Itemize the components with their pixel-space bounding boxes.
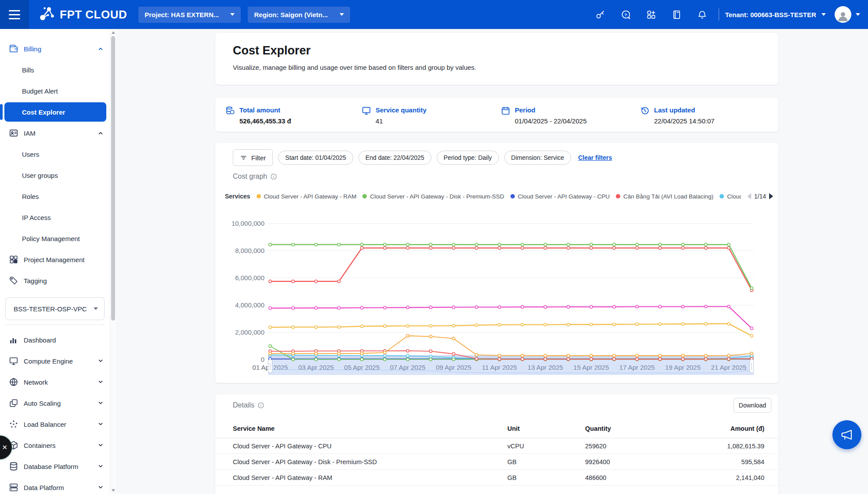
nodes-icon bbox=[9, 419, 18, 429]
vpc-selector-label: BSS-TESTER-OSP-VPC bbox=[14, 305, 94, 313]
project-dropdown[interactable]: Project: HAS EXTERN... bbox=[138, 7, 241, 23]
chip-label: Period type: Daily bbox=[444, 154, 492, 161]
legend-item[interactable]: Cloud Server - API Gateway - Disk - Prem… bbox=[362, 193, 504, 200]
legend-prev-icon[interactable] bbox=[747, 193, 751, 199]
legend-title: Services bbox=[225, 193, 250, 200]
clear-filters-link[interactable]: Clear filters bbox=[578, 154, 612, 161]
details-card: Details Download Service Name Unit Quant… bbox=[215, 394, 778, 494]
sidebar-item-data-platform[interactable]: Data Platform bbox=[0, 477, 110, 494]
active-indicator bbox=[0, 104, 3, 120]
database-icon bbox=[9, 462, 18, 471]
chevron-down-icon bbox=[98, 421, 104, 427]
sidebar-item-roles[interactable]: Roles bbox=[0, 186, 110, 207]
download-button[interactable]: Download bbox=[734, 398, 771, 413]
sidebar-item-dashboard[interactable]: Dashboard bbox=[0, 329, 110, 350]
filter-button-label: Filter bbox=[251, 154, 266, 162]
legend-item[interactable]: Cân Bằng Tải (AVI Load Balacing) bbox=[616, 193, 713, 200]
cost-graph-label: Cost graph bbox=[233, 173, 277, 180]
sidebar-item-project-management[interactable]: Project Management bbox=[0, 249, 110, 270]
chevron-down-icon bbox=[98, 463, 104, 469]
chevron-down-icon bbox=[821, 13, 826, 16]
legend-item[interactable]: Cloud Deskto bbox=[720, 193, 741, 200]
sidebar-item-cost-explorer[interactable]: Cost Explorer bbox=[4, 102, 106, 122]
cell-service-name: Cloud Server - API Gateway - CPU bbox=[233, 443, 332, 450]
sidebar-item-users[interactable]: Users bbox=[0, 144, 110, 165]
region-dropdown[interactable]: Region: Saigon (Vietn... bbox=[248, 7, 350, 23]
chart-legend: Services Cloud Server - API Gateway - RA… bbox=[225, 193, 773, 200]
tenant-label: Tenant: 000663-BSS-TESTER bbox=[725, 11, 816, 18]
legend-next-icon[interactable] bbox=[769, 193, 773, 199]
cost-chart[interactable]: 02,000,0004,000,0006,000,0008,000,00010,… bbox=[220, 206, 778, 378]
legend-item-label: Cloud Deskto bbox=[727, 193, 741, 200]
chevron-down-icon[interactable] bbox=[856, 13, 860, 16]
apps-grid-icon[interactable] bbox=[639, 6, 664, 23]
info-icon[interactable] bbox=[257, 402, 264, 409]
sidebar-item-database-platform[interactable]: Database Platform bbox=[0, 456, 110, 477]
announcement-fab[interactable] bbox=[832, 420, 861, 449]
sidebar-item-policy-management[interactable]: Policy Management bbox=[0, 228, 110, 249]
close-icon: ✕ bbox=[2, 444, 7, 451]
svg-text:10,000,000: 10,000,000 bbox=[231, 220, 264, 227]
summary-label: Service quantity bbox=[376, 106, 427, 114]
cell-amount: 1,082,615.39 bbox=[727, 443, 764, 450]
legend-dot bbox=[720, 194, 724, 198]
cell-service-name: Cloud Server - API Gateway - Disk - Prem… bbox=[233, 458, 377, 465]
sidebar-item-network[interactable]: Network bbox=[0, 371, 110, 393]
sidebar-item-load-balancer[interactable]: Load Balancer bbox=[0, 414, 110, 435]
sidebar-item-compute-engine[interactable]: Compute Engine bbox=[0, 350, 110, 371]
dimension-chip[interactable]: Dimension: Service bbox=[504, 151, 571, 165]
screen: FPT CLOUD Project: HAS EXTERN... Region:… bbox=[0, 0, 868, 494]
sidebar-scrollbar[interactable] bbox=[110, 29, 116, 494]
sidebar-item-label: Policy Management bbox=[22, 235, 104, 242]
hamburger-menu-button[interactable] bbox=[0, 0, 29, 29]
sidebar-item-label: User groups bbox=[22, 172, 104, 179]
bar-chart-icon bbox=[9, 335, 18, 345]
svg-text:0: 0 bbox=[261, 356, 264, 363]
cell-unit: GB bbox=[507, 474, 517, 481]
tenant-dropdown[interactable]: Tenant: 000663-BSS-TESTER bbox=[725, 11, 826, 18]
filter-button[interactable]: Filter bbox=[233, 149, 273, 166]
chevron-up-icon bbox=[98, 46, 104, 52]
scroll-up-arrow[interactable] bbox=[112, 31, 115, 34]
sidebar-item-bills[interactable]: Bills bbox=[0, 59, 110, 80]
table-header-row: Service Name Unit Quantity Amount (đ) bbox=[215, 419, 778, 438]
summary-label: Total amount bbox=[239, 106, 280, 114]
end-date-chip[interactable]: End date: 22/04/2025 bbox=[358, 151, 431, 165]
sidebar-menu: BillingBillsBudget AlertCost ExplorerIAM… bbox=[0, 29, 110, 494]
start-date-chip[interactable]: Start date: 01/04/2025 bbox=[278, 151, 353, 165]
sidebar-item-billing[interactable]: Billing bbox=[0, 38, 110, 59]
servers-icon bbox=[9, 483, 18, 492]
info-icon[interactable] bbox=[270, 173, 277, 180]
sidebar-item-tagging[interactable]: Tagging bbox=[0, 270, 110, 291]
navbar-actions: ? Tenant: 000663-BSS-TESTER bbox=[588, 6, 868, 23]
sidebar-item-auto-scaling[interactable]: Auto Scaling bbox=[0, 393, 110, 414]
details-label-text: Details bbox=[233, 401, 254, 409]
avatar[interactable] bbox=[835, 6, 851, 23]
svg-text:?: ? bbox=[625, 12, 627, 17]
scroll-down-arrow[interactable] bbox=[112, 489, 115, 492]
filter-row: Filter Start date: 01/04/2025 End date: … bbox=[233, 149, 770, 166]
sidebar-item-iam[interactable]: IAM bbox=[0, 123, 110, 144]
help-chat-icon[interactable]: ? bbox=[613, 6, 639, 23]
summary-label: Period bbox=[515, 106, 535, 114]
vpc-selector[interactable]: BSS-TESTER-OSP-VPC bbox=[5, 297, 105, 320]
brand-logo[interactable]: FPT CLOUD bbox=[38, 5, 127, 24]
legend-item[interactable]: Cloud Server - API Gateway - RAM bbox=[257, 193, 357, 200]
sidebar-item-containers[interactable]: Containers bbox=[0, 435, 110, 456]
chevron-down-icon bbox=[230, 13, 235, 16]
sidebar-item-budget-alert[interactable]: Budget Alert bbox=[0, 80, 110, 101]
bell-icon[interactable] bbox=[690, 6, 715, 23]
chip-label: Start date: 01/04/2025 bbox=[285, 154, 346, 161]
key-icon[interactable] bbox=[588, 6, 613, 23]
sidebar-item-label: Dashboard bbox=[24, 336, 104, 344]
scrollbar-thumb[interactable] bbox=[111, 36, 115, 321]
legend-item[interactable]: Cloud Server - API Gateway - CPU bbox=[510, 193, 610, 200]
sidebar-item-user-groups[interactable]: User groups bbox=[0, 165, 110, 186]
period-type-chip[interactable]: Period type: Daily bbox=[437, 151, 499, 165]
col-amount: Amount (đ) bbox=[731, 425, 764, 432]
notebook-icon[interactable] bbox=[664, 6, 690, 23]
sidebar-item-ip-access[interactable]: IP Access bbox=[0, 207, 110, 228]
cell-amount: 595,584 bbox=[741, 458, 764, 465]
cell-service-name: Cloud Server - API Gateway - RAM bbox=[233, 474, 332, 481]
legend-pager-label: 1/14 bbox=[754, 193, 766, 200]
